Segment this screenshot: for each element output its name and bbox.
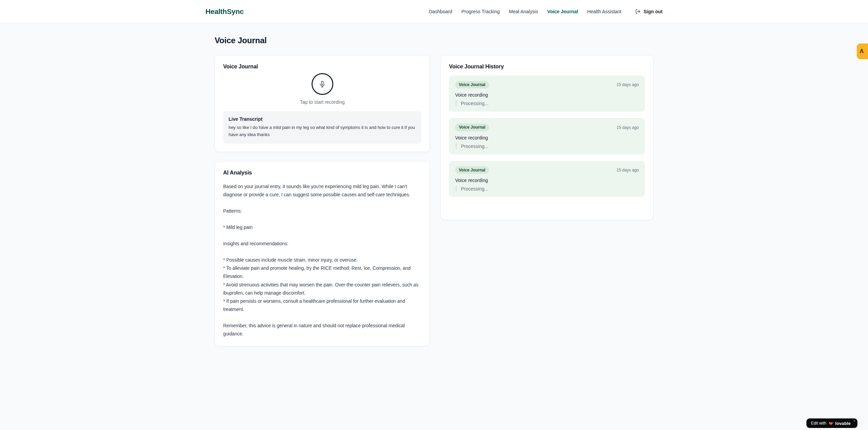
live-transcript-box: Live Transcript hey so like I do have a … [223,111,421,144]
nav-health-assistant[interactable]: Health Assistant [587,9,621,14]
history-card-title: Voice Journal History [449,64,645,70]
entry-timestamp: 15 days ago [617,168,639,172]
nav-progress-tracking[interactable]: Progress Tracking [461,9,500,14]
record-button[interactable] [312,73,333,95]
page-title: Voice Journal [215,36,653,45]
entry-status: Processing... [456,186,639,192]
heart-icon [829,421,833,426]
history-item[interactable]: Voice Journal 15 days ago Voice recordin… [449,76,645,112]
entry-type-badge: Voice Journal [455,166,489,174]
history-item[interactable]: Voice Journal 15 days ago Voice recordin… [449,161,645,197]
ai-analysis-body: Based on your journal entry, it sounds l… [223,182,421,338]
entry-title: Voice recording [455,178,639,183]
nav-voice-journal[interactable]: Voice Journal [547,9,578,14]
microphone-icon [319,81,326,88]
lovable-brand: lovable [835,421,851,426]
sign-out-label: Sign out [644,9,663,14]
entry-title: Voice recording [455,135,639,140]
ai-analysis-card: AI Analysis Based on your journal entry,… [215,161,430,346]
live-transcript-text: hey so like I do have a mild pain in my … [229,124,416,138]
history-list: Voice Journal 15 days ago Voice recordin… [449,76,645,197]
history-item[interactable]: Voice Journal 15 days ago Voice recordin… [449,118,645,154]
recorder-card-title: Voice Journal [223,64,421,70]
app-header: HealthSync Dashboard Progress Tracking M… [0,0,868,23]
widget-logo-icon: Λ [860,48,864,54]
entry-type-badge: Voice Journal [455,123,489,131]
ai-analysis-title: AI Analysis [223,170,421,176]
entry-timestamp: 15 days ago [617,125,639,130]
entry-title: Voice recording [455,92,639,98]
voice-recorder-card: Voice Journal Tap to start recordin [215,55,430,152]
lovable-badge[interactable]: Edit with lovable × [806,418,857,428]
lovable-prefix: Edit with [811,421,826,426]
entry-type-badge: Voice Journal [455,81,489,88]
main-content: Voice Journal Voice Journal [215,23,653,346]
history-card: Voice Journal History Voice Journal 15 d… [440,55,653,220]
log-out-icon [635,9,640,14]
live-transcript-title: Live Transcript [229,116,416,122]
brand-logo[interactable]: HealthSync [205,7,244,16]
nav-dashboard[interactable]: Dashboard [429,9,452,14]
entry-status: Processing... [456,144,639,149]
main-nav: Dashboard Progress Tracking Meal Analysi… [429,9,663,14]
entry-timestamp: 15 days ago [617,82,639,87]
tap-to-record-hint: Tap to start recording [300,99,345,105]
sign-out-button[interactable]: Sign out [635,9,663,14]
entry-status: Processing... [456,101,639,106]
nav-meal-analysis[interactable]: Meal Analysis [509,9,538,14]
side-widget-button[interactable]: Λ [857,44,868,59]
close-icon[interactable]: × [853,419,855,423]
